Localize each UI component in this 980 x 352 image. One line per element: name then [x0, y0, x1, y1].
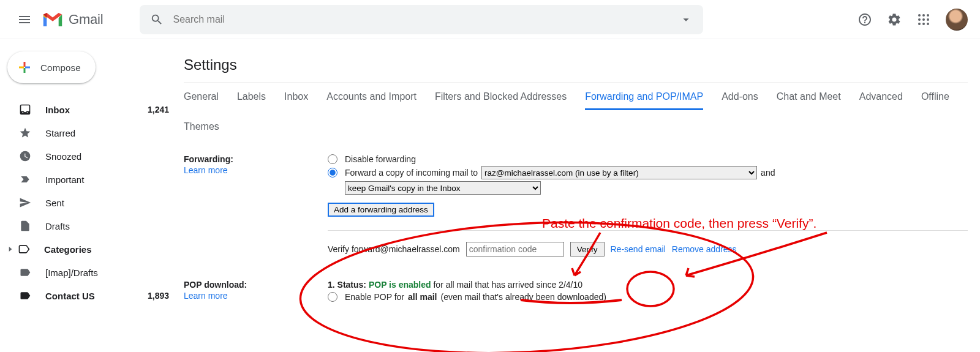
- important-icon: [18, 173, 32, 186]
- svg-rect-11: [19, 67, 24, 69]
- nav-list: Inbox1,241StarredSnoozedImportantSentDra…: [0, 98, 184, 307]
- verify-address-label: Verify forward@michaelrassel.com: [328, 244, 460, 254]
- sidebar-item-label: Contact US: [45, 291, 148, 301]
- sidebar-item-label: Inbox: [45, 105, 148, 115]
- main: Settings GeneralLabelsInboxAccounts and …: [184, 39, 980, 352]
- pop-section-right: 1. Status: POP is enabled for all mail t…: [328, 280, 968, 304]
- search-bar[interactable]: [140, 5, 703, 34]
- tab-accounts-and-import[interactable]: Accounts and Import: [326, 91, 417, 110]
- sidebar-item--imap-drafts[interactable]: [Imap]/Drafts: [0, 261, 184, 284]
- sidebar-item-starred[interactable]: Starred: [0, 121, 184, 144]
- forward-address-select[interactable]: raz@michaelrassel.com (in use by a filte…: [481, 166, 757, 179]
- add-forwarding-address-button[interactable]: Add a forwarding address: [328, 203, 434, 217]
- inbox-icon: [18, 103, 32, 116]
- gmail-logo-text: Gmail: [69, 12, 103, 28]
- pop-enable-all-pre: Enable POP for: [345, 292, 404, 302]
- forwarding-section-right: Disable forwarding Forward a copy of inc…: [328, 154, 968, 257]
- caret-right-icon: [6, 245, 15, 253]
- svg-point-8: [927, 23, 929, 25]
- tab-offline[interactable]: Offline: [921, 91, 949, 110]
- svg-point-6: [918, 23, 921, 25]
- pop-enable-all-radio[interactable]: [328, 292, 337, 302]
- svg-rect-10: [24, 68, 26, 73]
- body: Compose Inbox1,241StarredSnoozedImportan…: [0, 39, 980, 352]
- forwarding-learn-more-link[interactable]: Learn more: [184, 165, 328, 175]
- sidebar-item-count: 1,893: [148, 291, 169, 301]
- tab-chat-and-meet[interactable]: Chat and Meet: [777, 91, 841, 110]
- header-right: [853, 7, 970, 32]
- pop-label: POP download:: [184, 280, 328, 290]
- forward-copy-radio[interactable]: [328, 168, 337, 178]
- tab-themes[interactable]: Themes: [184, 121, 219, 138]
- labelfill-icon: [18, 266, 32, 279]
- pop-enable-all-row: Enable POP for all mail (even mail that'…: [328, 292, 968, 302]
- tab-general[interactable]: General: [184, 91, 219, 110]
- sidebar-item-inbox[interactable]: Inbox1,241: [0, 98, 184, 121]
- verify-row: Verify forward@michaelrassel.com Verify …: [328, 242, 968, 257]
- disable-forwarding-radio[interactable]: [328, 154, 337, 164]
- tab-labels[interactable]: Labels: [237, 91, 266, 110]
- sidebar-item-contact-us[interactable]: Contact US1,893: [0, 284, 184, 307]
- gmail-logo[interactable]: Gmail: [42, 11, 103, 28]
- sidebar-item-drafts[interactable]: Drafts: [0, 214, 184, 238]
- sidebar-item-label: Categories: [44, 244, 169, 255]
- sidebar-item-snoozed[interactable]: Snoozed: [0, 144, 184, 168]
- file-icon: [18, 219, 32, 233]
- forward-copy-label-post: and: [761, 168, 775, 178]
- compose-button[interactable]: Compose: [7, 51, 96, 83]
- tab-filters-and-blocked-addresses[interactable]: Filters and Blocked Addresses: [435, 91, 567, 110]
- search-input[interactable]: [169, 14, 674, 25]
- verify-button[interactable]: Verify: [570, 242, 605, 257]
- menu-button[interactable]: [10, 5, 39, 34]
- search-options-button[interactable]: [674, 7, 698, 32]
- support-button[interactable]: [853, 7, 877, 32]
- resend-email-link[interactable]: Re-send email: [611, 244, 666, 254]
- page-title: Settings: [184, 56, 968, 73]
- sidebar-item-label: Starred: [45, 128, 169, 138]
- disable-forwarding-row: Disable forwarding: [328, 154, 968, 164]
- tab-advanced[interactable]: Advanced: [859, 91, 903, 110]
- sidebar-item-sent[interactable]: Sent: [0, 191, 184, 214]
- keep-copy-row: keep Gmail's copy in the Inbox: [328, 181, 968, 195]
- search-icon-wrap[interactable]: [145, 7, 169, 32]
- forward-copy-row: Forward a copy of incoming mail to raz@m…: [328, 166, 968, 179]
- tab-add-ons[interactable]: Add-ons: [722, 91, 758, 110]
- sidebar-item-label: Important: [45, 174, 169, 185]
- settings-button[interactable]: [882, 7, 907, 32]
- svg-rect-9: [24, 62, 26, 67]
- svg-point-3: [918, 18, 921, 21]
- svg-point-5: [927, 18, 929, 21]
- remove-address-link[interactable]: Remove address: [672, 244, 737, 254]
- forwarding-section-left: Forwarding: Learn more: [184, 154, 328, 257]
- apps-button[interactable]: [911, 7, 936, 32]
- svg-point-4: [922, 18, 925, 21]
- caret-down-icon: [679, 13, 693, 26]
- pop-section: POP download: Learn more 1. Status: POP …: [184, 275, 968, 304]
- account-avatar[interactable]: [946, 9, 968, 31]
- sidebar-item-label: Sent: [45, 198, 169, 208]
- gear-icon: [887, 12, 902, 27]
- pop-enable-all-post: (even mail that's already been downloade…: [441, 292, 606, 302]
- pop-status-post: for all mail that has arrived since 2/4/…: [433, 280, 582, 290]
- sent-icon: [18, 196, 32, 209]
- sidebar-item-important[interactable]: Important: [0, 168, 184, 191]
- tab-inbox[interactable]: Inbox: [284, 91, 308, 110]
- plus-icon: [17, 60, 32, 75]
- keep-copy-select[interactable]: keep Gmail's copy in the Inbox: [345, 181, 541, 195]
- confirmation-code-input[interactable]: [466, 242, 564, 257]
- pop-learn-more-link[interactable]: Learn more: [184, 291, 328, 301]
- sidebar-item-count: 1,241: [148, 105, 169, 114]
- divider: [328, 230, 968, 231]
- star-icon: [18, 126, 32, 140]
- forward-copy-label-pre: Forward a copy of incoming mail to: [345, 168, 478, 178]
- disable-forwarding-label: Disable forwarding: [345, 154, 416, 164]
- pop-section-left: POP download: Learn more: [184, 280, 328, 304]
- sidebar-item-categories[interactable]: Categories: [0, 238, 184, 261]
- forwarding-label: Forwarding:: [184, 154, 328, 164]
- pop-enable-all-bold: all mail: [408, 292, 437, 302]
- tab-forwarding-and-pop-imap[interactable]: Forwarding and POP/IMAP: [585, 91, 703, 110]
- pop-status-row: 1. Status: POP is enabled for all mail t…: [328, 280, 968, 290]
- svg-point-7: [922, 23, 925, 25]
- svg-point-0: [918, 14, 921, 17]
- apps-grid-icon: [916, 12, 931, 27]
